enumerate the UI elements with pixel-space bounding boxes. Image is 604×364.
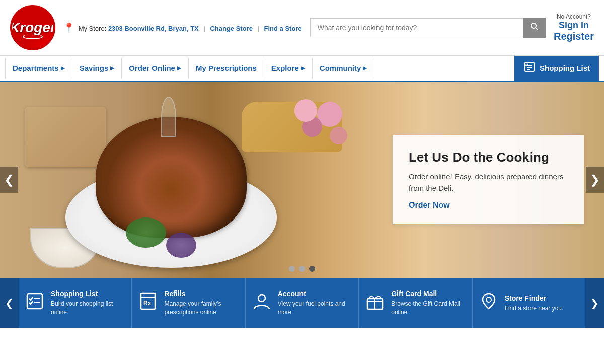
carousel-prev-button[interactable]: ❮ (0, 167, 18, 193)
chevron-down-icon: ▶ (363, 65, 367, 71)
hero-overlay: Let Us Do the Cooking Order online! Easy… (393, 135, 584, 224)
register-button[interactable]: Register (554, 31, 594, 42)
bottom-desc-shopping-list: Build your shopping list online. (51, 300, 125, 317)
svg-text:Rx: Rx (143, 300, 152, 307)
location-svg-icon (479, 292, 498, 311)
wine-glass (161, 97, 176, 137)
person-svg-icon (252, 292, 271, 311)
nav-item-savings[interactable]: Savings ▶ (72, 58, 122, 79)
bottom-title-store-finder: Store Finder (505, 294, 564, 302)
bottom-item-refills[interactable]: Rx Refills Manage your family's prescrip… (132, 278, 245, 328)
shopping-list-svg-icon (25, 292, 44, 311)
bottom-prev-button[interactable]: ❮ (0, 278, 19, 328)
no-account-label: No Account? (557, 13, 591, 20)
nav-item-my-prescriptions[interactable]: My Prescriptions (189, 58, 264, 79)
shopping-list-label: Shopping List (540, 64, 590, 72)
svg-rect-6 (27, 294, 42, 309)
bottom-bar: ❮ Shopping List Build your shopping list… (0, 278, 604, 328)
nav-item-order-online[interactable]: Order Online ▶ (122, 58, 189, 79)
chevron-down-icon: ▶ (61, 65, 65, 71)
bottom-next-button[interactable]: ❯ (585, 278, 604, 328)
carousel-dot-3[interactable] (309, 266, 315, 272)
svg-line-1 (536, 28, 538, 30)
bottom-desc-account: View your fuel points and more. (278, 300, 352, 317)
bottom-desc-store-finder: Find a store near you. (505, 304, 564, 313)
hero-title: Let Us Do the Cooking (409, 150, 568, 165)
bottom-text-refills: Refills Manage your family's prescriptio… (164, 289, 239, 317)
hero-cta-link[interactable]: Order Now (409, 201, 450, 209)
nav-label-savings: Savings (80, 64, 109, 72)
bottom-item-account[interactable]: Account View your fuel points and more. (246, 278, 359, 328)
hero-description: Order online! Easy, delicious prepared d… (409, 171, 568, 194)
logo[interactable]: Kroger (10, 5, 55, 50)
bottom-title-gift-card: Gift Card Mall (391, 289, 466, 298)
gift-card-icon (365, 292, 385, 315)
store-label: My Store: (79, 25, 107, 32)
account-icon (252, 292, 272, 315)
sign-in-button[interactable]: Sign In (559, 20, 589, 31)
svg-point-16 (486, 297, 491, 302)
location-icon: 📍 (63, 23, 74, 33)
carousel-dots (289, 266, 315, 272)
store-info: 📍 My Store: 2303 Boonville Rd, Bryan, TX… (63, 22, 302, 33)
shopping-list-icon (523, 61, 536, 76)
nav-label-explore: Explore (271, 64, 299, 72)
auth-area: No Account? Sign In Register (554, 13, 594, 42)
header: Kroger 📍 My Store: 2303 Boonville Rd, Br… (0, 0, 604, 56)
change-store-link[interactable]: Change Store (210, 25, 253, 32)
search-input[interactable] (310, 18, 523, 37)
carousel-next-button[interactable]: ❯ (586, 167, 604, 193)
bottom-title-shopping-list: Shopping List (51, 289, 125, 298)
hero-carousel: Let Us Do the Cooking Order online! Easy… (0, 82, 604, 278)
carousel-dot-1[interactable] (289, 266, 295, 272)
bottom-title-account: Account (278, 289, 352, 298)
store-finder-icon (479, 292, 499, 315)
bottom-text-account: Account View your fuel points and more. (278, 289, 352, 317)
chevron-down-icon: ▶ (177, 65, 181, 71)
nav-label-community: Community (320, 64, 361, 72)
bottom-item-gift-card[interactable]: Gift Card Mall Browse the Gift Card Mall… (359, 278, 472, 328)
search-icon (531, 23, 539, 31)
search-area (310, 18, 546, 38)
rx-icon: Rx (138, 292, 158, 315)
nav-item-departments[interactable]: Departments ▶ (5, 58, 72, 79)
list-check-icon (523, 61, 536, 73)
bottom-text-shopping-list: Shopping List Build your shopping list o… (51, 289, 125, 317)
carousel-dot-2[interactable] (299, 266, 305, 272)
bottom-items: Shopping List Build your shopping list o… (19, 278, 585, 328)
svg-point-12 (258, 295, 265, 302)
nav-label-order-online: Order Online (129, 64, 175, 72)
nav-links: Departments ▶ Savings ▶ Order Online ▶ M… (5, 58, 514, 79)
bottom-text-gift-card: Gift Card Mall Browse the Gift Card Mall… (391, 289, 466, 317)
chevron-down-icon: ▶ (301, 65, 305, 71)
bottom-item-shopping-list[interactable]: Shopping List Build your shopping list o… (19, 278, 132, 328)
bottom-item-store-finder[interactable]: Store Finder Find a store near you. (473, 278, 585, 328)
hero-image (25, 92, 352, 278)
logo-text: Kroger (10, 20, 55, 36)
chevron-down-icon: ▶ (110, 65, 114, 71)
nav-label-departments: Departments (13, 64, 59, 72)
nav-bar: Departments ▶ Savings ▶ Order Online ▶ M… (0, 56, 604, 82)
search-button[interactable] (523, 18, 546, 38)
bottom-title-refills: Refills (164, 289, 239, 298)
nav-item-community[interactable]: Community ▶ (313, 58, 375, 79)
gift-svg-icon (365, 292, 385, 311)
svg-point-0 (531, 23, 536, 28)
nav-label-my-prescriptions: My Prescriptions (196, 64, 257, 72)
bottom-desc-refills: Manage your family's prescriptions onlin… (164, 300, 239, 317)
find-store-link[interactable]: Find a Store (264, 25, 302, 32)
bottom-desc-gift-card: Browse the Gift Card Mall online. (391, 300, 466, 317)
shopping-list-button[interactable]: Shopping List (514, 56, 599, 81)
nav-item-explore[interactable]: Explore ▶ (264, 58, 313, 79)
rx-svg-icon: Rx (138, 292, 158, 311)
store-address: 2303 Boonville Rd, Bryan, TX (108, 25, 199, 32)
bottom-text-store-finder: Store Finder Find a store near you. (505, 294, 564, 313)
shopping-list-icon (25, 292, 45, 315)
